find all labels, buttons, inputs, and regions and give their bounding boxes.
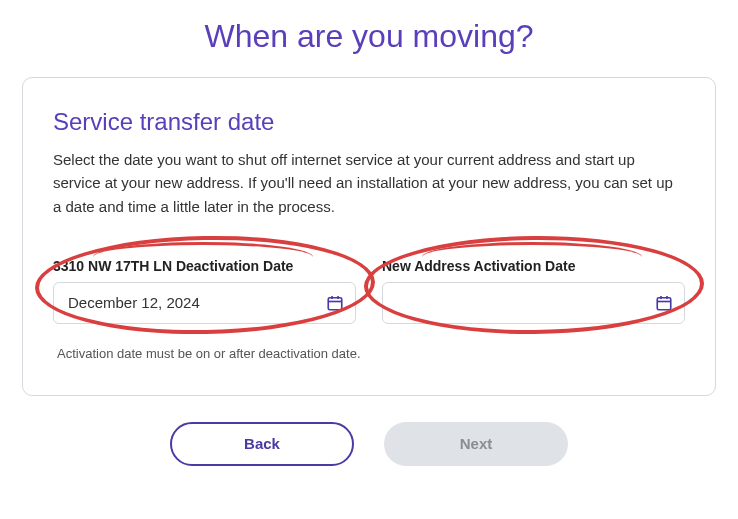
activation-hint: Activation date must be on or after deac… [57, 346, 685, 361]
page-title: When are you moving? [204, 18, 533, 55]
activation-input-wrap [382, 282, 685, 324]
nav-buttons: Back Next [170, 422, 568, 466]
activation-field-group: New Address Activation Date [382, 258, 685, 324]
service-transfer-card: Service transfer date Select the date yo… [22, 77, 716, 396]
deactivation-date-input[interactable] [53, 282, 356, 324]
next-button[interactable]: Next [384, 422, 568, 466]
deactivation-label: 3310 NW 17TH LN Deactivation Date [53, 258, 356, 274]
deactivation-input-wrap [53, 282, 356, 324]
date-fields-row: 3310 NW 17TH LN Deactivation Date New Ad… [53, 258, 685, 324]
activation-label: New Address Activation Date [382, 258, 685, 274]
deactivation-field-group: 3310 NW 17TH LN Deactivation Date [53, 258, 356, 324]
section-description: Select the date you want to shut off int… [53, 148, 685, 218]
back-button[interactable]: Back [170, 422, 354, 466]
section-title: Service transfer date [53, 108, 685, 136]
activation-date-input[interactable] [382, 282, 685, 324]
